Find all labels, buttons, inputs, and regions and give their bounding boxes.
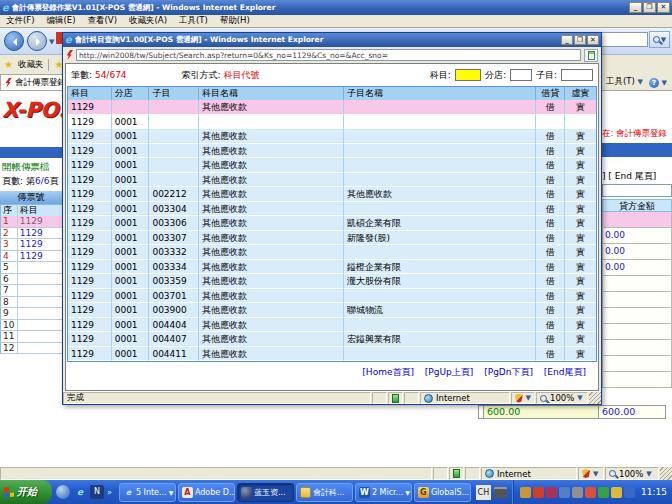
subject-row[interactable]: 1129 0001 002212 其他應收款 其他應收款 借 實: [68, 187, 596, 202]
tray-icon[interactable]: [572, 487, 583, 498]
history-dropdown-icon[interactable]: ▼: [49, 38, 54, 46]
tools-menu-button[interactable]: 工具(T) ▼: [606, 76, 643, 88]
voucher-row[interactable]: 1 1129: [0, 216, 63, 228]
quick-launch-messenger-icon[interactable]: [56, 485, 70, 499]
subject-row[interactable]: 1129 0001 004407 其他應收款 宏鎰興業有限 借 實: [68, 332, 596, 347]
subject-filter-input[interactable]: [455, 69, 481, 81]
voucher-row[interactable]: 6: [0, 274, 63, 286]
popup-url[interactable]: http://win2008/tw/Subject/Search.asp?ret…: [76, 49, 581, 61]
task-button[interactable]: 會計科... ▼: [296, 483, 353, 502]
protected-mode-button[interactable]: ▼: [578, 467, 604, 480]
favorites-button[interactable]: 收藏夹: [18, 59, 44, 71]
chevron-icon[interactable]: »: [107, 488, 112, 497]
subject-row[interactable]: 1129 0001 其他應收款 借 實: [68, 144, 596, 159]
menu-item-edit[interactable]: 编辑(E): [47, 15, 76, 27]
quick-launch-ie-icon[interactable]: e: [73, 485, 87, 499]
forward-button[interactable]: [27, 31, 47, 51]
quick-launch-app-icon[interactable]: N: [90, 485, 104, 499]
subject-row[interactable]: 1129 0001 003332 其他應收款 借 實: [68, 245, 596, 260]
main-maximize-button[interactable]: ❐: [643, 2, 656, 13]
tray-icon[interactable]: [598, 487, 609, 498]
page-zone-icon[interactable]: [584, 49, 598, 62]
search-input[interactable]: [598, 32, 648, 47]
language-indicator[interactable]: CH: [476, 485, 491, 500]
voucher-row[interactable]: 12: [0, 343, 63, 355]
end-page-link[interactable]: [End尾頁]: [544, 367, 586, 377]
subject-row[interactable]: 1129 0001: [68, 115, 596, 130]
clock[interactable]: 11:15: [637, 487, 667, 497]
sub-filter-input[interactable]: [561, 69, 593, 81]
home-page-link[interactable]: [Home首頁]: [362, 367, 414, 377]
back-button[interactable]: [4, 31, 24, 51]
task-button[interactable]: A Adobe D... ▼: [178, 483, 235, 502]
subject-row[interactable]: 1129 0001 003304 其他應收款 借 實: [68, 202, 596, 217]
branch-filter-input[interactable]: [510, 69, 532, 81]
task-button[interactable]: e 5 Inte... ▼: [119, 483, 176, 502]
subject-row[interactable]: 1129 0001 004411 其他應收款 借 實: [68, 347, 596, 362]
zoom-control[interactable]: 100%▼: [605, 467, 659, 480]
search-button[interactable]: ▼: [649, 31, 670, 48]
start-button[interactable]: 开始: [0, 480, 52, 504]
amount-row[interactable]: 0.00: [602, 260, 672, 276]
voucher-row[interactable]: 7: [0, 285, 63, 297]
popup-zoom-control[interactable]: 100%▼: [536, 392, 588, 404]
voucher-row[interactable]: 11: [0, 331, 63, 343]
voucher-row[interactable]: 8: [0, 297, 63, 309]
help-menu-button[interactable]: ? ▼: [649, 77, 667, 88]
subject-row[interactable]: 1129 0001 003359 其他應收款 瀧大股份有限 借 實: [68, 274, 596, 289]
menu-item-tools[interactable]: 工具(T): [179, 15, 208, 27]
popup-resize-grip[interactable]: [589, 392, 601, 404]
tray-icon[interactable]: [559, 487, 570, 498]
menu-item-favorites[interactable]: 收藏夹(A): [129, 15, 167, 27]
pagination-end-fragment[interactable]: ] [ End 尾頁]: [602, 170, 672, 183]
tray-icon[interactable]: [533, 487, 544, 498]
printer-icon[interactable]: [494, 487, 507, 498]
amount-row[interactable]: 0.00: [602, 228, 672, 244]
voucher-row[interactable]: 10: [0, 320, 63, 332]
subject-row[interactable]: 1129 0001 003306 其他應收款 凱碩企業有限 借 實: [68, 216, 596, 231]
subject-row[interactable]: 1129 0001 其他應收款 借 實: [68, 173, 596, 188]
subject-row[interactable]: 1129 0001 004404 其他應收款 借 實: [68, 318, 596, 333]
tray-icon[interactable]: [624, 487, 635, 498]
amount-row[interactable]: [602, 356, 672, 372]
amount-row[interactable]: 0.00: [602, 244, 672, 260]
pgup-page-link[interactable]: [PgUp上頁]: [425, 367, 473, 377]
menu-item-view[interactable]: 查看(V): [88, 15, 117, 27]
amount-row[interactable]: [602, 308, 672, 324]
task-button[interactable]: G GlobalS... ▼: [414, 483, 471, 502]
voucher-row[interactable]: 2 1129: [0, 228, 63, 240]
amount-row[interactable]: [602, 292, 672, 308]
subject-row[interactable]: 1129 0001 003334 其他應收款 鎰橙企業有限 借 實: [68, 260, 596, 275]
main-close-button[interactable]: ✕: [657, 2, 670, 13]
voucher-row[interactable]: 3 1129: [0, 239, 63, 251]
tray-icon[interactable]: [611, 487, 622, 498]
tray-icon[interactable]: [520, 487, 531, 498]
voucher-row[interactable]: 9: [0, 308, 63, 320]
tray-icon[interactable]: [546, 487, 557, 498]
subject-row[interactable]: 1129 0001 003307 其他應收款 新隆發(股) 借 實: [68, 231, 596, 246]
amount-row[interactable]: [602, 324, 672, 340]
main-minimize-button[interactable]: _: [629, 2, 642, 13]
popup-minimize-button[interactable]: _: [561, 35, 573, 45]
popup-protected-mode-button[interactable]: ▼: [511, 392, 535, 404]
resize-grip[interactable]: [660, 467, 672, 480]
task-button[interactable]: 蓝玉资... ▼: [237, 483, 294, 502]
subject-row[interactable]: 1129 0001 003701 其他應收款 借 實: [68, 289, 596, 304]
subject-row[interactable]: 1129 0001 其他應收款 借 實: [68, 129, 596, 144]
voucher-row[interactable]: 4 1129: [0, 251, 63, 263]
subject-row[interactable]: 1129 0001 003900 其他應收款 聯城物流 借 實: [68, 303, 596, 318]
voucher-row[interactable]: 5: [0, 262, 63, 274]
popup-close-button[interactable]: ✕: [587, 35, 599, 45]
amount-input[interactable]: [602, 184, 672, 197]
menu-item-file[interactable]: 文件(F): [6, 15, 35, 27]
subject-row[interactable]: 1129 0001 其他應收款 借 實: [68, 158, 596, 173]
page-tab[interactable]: 會計傳票登錄: [0, 74, 71, 90]
amount-row[interactable]: [602, 212, 672, 228]
amount-row[interactable]: [602, 276, 672, 292]
menu-item-help[interactable]: 帮助(H): [220, 15, 250, 27]
subject-row[interactable]: 1129 其他應收款 借 實: [68, 100, 596, 115]
tray-icon[interactable]: [585, 487, 596, 498]
amount-row[interactable]: [602, 340, 672, 356]
pgdn-page-link[interactable]: [PgDn下頁]: [484, 367, 533, 377]
task-button[interactable]: W 2 Micr... ▼: [355, 483, 412, 502]
